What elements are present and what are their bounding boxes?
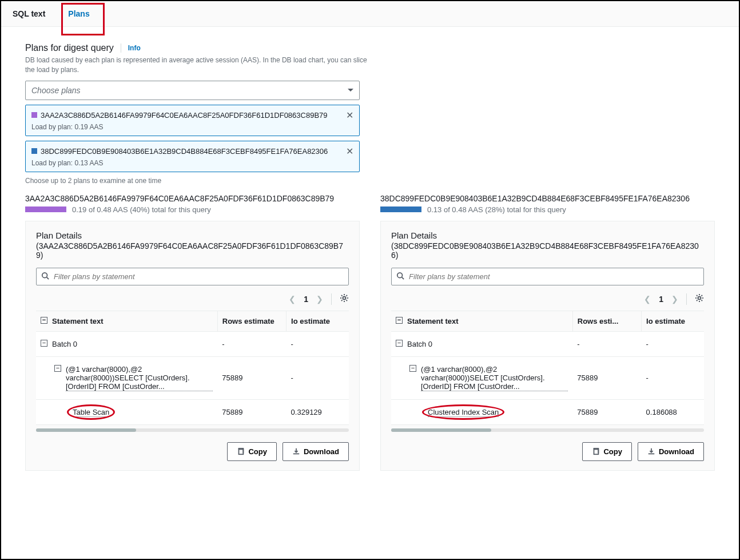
collapse-icon[interactable]: − (396, 340, 403, 347)
svg-line-5 (402, 277, 404, 279)
table-row: −Batch 0 - - (36, 331, 349, 356)
selection-hint: Choose up to 2 plans to examine at one t… (25, 177, 715, 185)
aas-text: 0.19 of 0.48 AAS (40%) total for this qu… (72, 205, 211, 214)
download-button[interactable]: Download (283, 442, 349, 461)
rows-estimate-value: 75889 (572, 356, 641, 399)
pager: ❮ 1 ❯ (391, 293, 704, 305)
remove-plan-icon[interactable]: ✕ (346, 110, 353, 121)
svg-rect-3 (239, 450, 244, 455)
choose-plans-dropdown[interactable]: Choose plans (25, 81, 360, 100)
collapse-icon[interactable]: − (409, 365, 416, 372)
horizontal-scrollbar[interactable] (36, 428, 349, 432)
statement-text[interactable]: (@1 varchar(8000),@2 varchar(8000))SELEC… (421, 365, 568, 391)
statement-text[interactable]: Table Scan (73, 408, 109, 417)
copy-button[interactable]: Copy (227, 442, 277, 461)
tab-plans[interactable]: Plans (57, 1, 101, 26)
plan-details-panel: Plan Details (38DC899FEDC0B9E908403B6E1A… (380, 221, 715, 471)
collapse-icon[interactable]: − (41, 340, 47, 347)
statement-text: Batch 0 (52, 340, 77, 348)
col-rows-estimate[interactable]: Rows estimate (217, 311, 286, 331)
rows-estimate-value: 75889 (572, 399, 641, 424)
rows-estimate-value: 75889 (217, 399, 286, 424)
statement-text: Batch 0 (407, 340, 432, 348)
dropdown-placeholder: Choose plans (31, 86, 81, 95)
remove-plan-icon[interactable]: ✕ (346, 146, 353, 157)
page-number: 1 (659, 295, 663, 304)
settings-icon[interactable] (695, 293, 704, 304)
plan-compare-column-0: 3AA2A3C886D5A2B6146FA9979F64C0EA6AAC8F25… (25, 194, 360, 471)
col-statement-text[interactable]: −Statement text (36, 311, 217, 331)
svg-rect-7 (594, 450, 599, 455)
page-number: 1 (304, 295, 308, 304)
col-statement-text[interactable]: −Statement text (391, 311, 572, 331)
search-icon (41, 272, 49, 281)
table-row: −(@1 varchar(8000),@2 varchar(8000))SELE… (36, 356, 349, 399)
plan-load-text: Load by plan: 0.19 AAS (31, 123, 353, 131)
download-button[interactable]: Download (638, 442, 704, 461)
io-estimate-value: 0.186088 (642, 399, 704, 424)
copy-button[interactable]: Copy (582, 442, 632, 461)
selected-plan-chip-1: 38DC899FEDC0B9E908403B6E1A32B9CD4B884E68… (25, 141, 360, 172)
info-link[interactable]: Info (128, 44, 141, 52)
caret-down-icon (348, 89, 353, 92)
plan-table: −Statement text Rows esti... Io estimate… (391, 311, 704, 425)
table-row: Table Scan 75889 0.329129 (36, 399, 349, 424)
page-next-icon[interactable]: ❯ (671, 295, 678, 304)
search-icon (396, 272, 404, 281)
section-description: DB load caused by each plan is represent… (25, 55, 374, 75)
tab-bar: SQL text Plans (1, 1, 739, 27)
plan-color-swatch (31, 112, 37, 118)
panel-title: Plan Details (36, 231, 349, 240)
collapse-icon[interactable]: − (54, 365, 61, 372)
filter-input-wrapper[interactable] (36, 268, 349, 285)
plan-details-panel: Plan Details (3AA2A3C886D5A2B6146FA9979F… (25, 221, 360, 471)
section-title: Plans for digest query (25, 43, 114, 53)
io-estimate-value: - (287, 356, 349, 399)
io-estimate-value: - (287, 331, 349, 356)
svg-point-2 (343, 297, 346, 300)
collapse-all-icon[interactable]: − (41, 317, 47, 324)
col-io-estimate[interactable]: Io estimate (287, 311, 349, 331)
plan-hash: 3AA2A3C886D5A2B6146FA9979F64C0EA6AAC8F25… (41, 111, 343, 120)
filter-input-wrapper[interactable] (391, 268, 704, 285)
tab-sql-text[interactable]: SQL text (1, 1, 57, 26)
col-io-estimate[interactable]: Io estimate (642, 311, 704, 331)
plan-hash-heading: 3AA2A3C886D5A2B6146FA9979F64C0EA6AAC8F25… (25, 194, 360, 203)
panel-subtitle: (38DC899FEDC0B9E908403B6E1A32B9CD4B884E6… (391, 241, 704, 260)
table-row: Clustered Index Scan 75889 0.186088 (391, 399, 704, 424)
rows-estimate-value: - (572, 331, 641, 356)
plan-hash-heading: 38DC899FEDC0B9E908403B6E1A32B9CD4B884E68… (380, 194, 715, 203)
io-estimate-value: - (642, 331, 704, 356)
page-next-icon[interactable]: ❯ (316, 295, 323, 304)
panel-title: Plan Details (391, 231, 704, 240)
pager: ❮ 1 ❯ (36, 293, 349, 305)
plan-hash: 38DC899FEDC0B9E908403B6E1A32B9CD4B884E68… (41, 147, 343, 156)
collapse-all-icon[interactable]: − (396, 317, 403, 324)
statement-text[interactable]: Clustered Index Scan (428, 408, 499, 417)
page-prev-icon[interactable]: ❮ (644, 295, 651, 304)
plan-load-text: Load by plan: 0.13 AAS (31, 159, 353, 167)
table-row: −Batch 0 - - (391, 331, 704, 356)
plan-color-swatch (31, 148, 37, 154)
horizontal-scrollbar[interactable] (391, 428, 704, 432)
divider (121, 43, 121, 53)
svg-point-6 (698, 297, 701, 300)
io-estimate-value: 0.329129 (287, 399, 349, 424)
svg-point-0 (42, 272, 47, 277)
filter-input[interactable] (409, 272, 699, 281)
statement-text[interactable]: (@1 varchar(8000),@2 varchar(8000))SELEC… (66, 365, 213, 391)
settings-icon[interactable] (340, 293, 349, 304)
svg-line-1 (47, 277, 49, 279)
table-row: −(@1 varchar(8000),@2 varchar(8000))SELE… (391, 356, 704, 399)
plan-compare-column-1: 38DC899FEDC0B9E908403B6E1A32B9CD4B884E68… (380, 194, 715, 471)
aas-text: 0.13 of 0.48 AAS (28%) total for this qu… (427, 205, 566, 214)
io-estimate-value: - (642, 356, 704, 399)
col-rows-estimate[interactable]: Rows esti... (572, 311, 641, 331)
selected-plan-chip-0: 3AA2A3C886D5A2B6146FA9979F64C0EA6AAC8F25… (25, 105, 360, 136)
filter-input[interactable] (54, 272, 344, 281)
plan-table: −Statement text Rows estimate Io estimat… (36, 311, 349, 425)
divider (331, 293, 332, 305)
panel-subtitle: (3AA2A3C886D5A2B6146FA9979F64C0EA6AAC8F2… (36, 241, 349, 260)
aas-bar (25, 206, 66, 212)
page-prev-icon[interactable]: ❮ (289, 295, 296, 304)
